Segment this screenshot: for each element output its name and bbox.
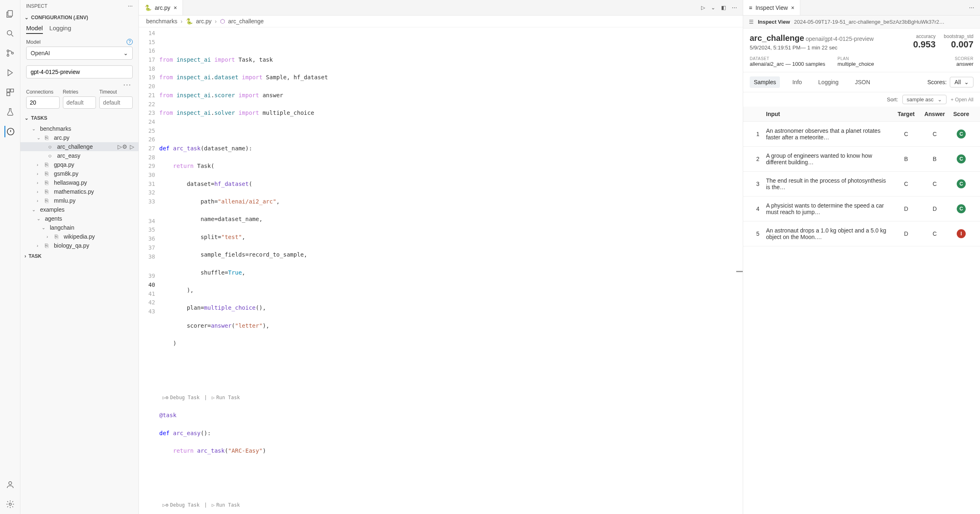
row-answer: B xyxy=(920,156,949,162)
breadcrumb-item[interactable]: benchmarks xyxy=(146,18,177,25)
provider-select[interactable]: OpenAI ⌄ xyxy=(26,47,133,60)
bootstrap-label: bootstrap_std xyxy=(944,34,973,39)
extensions-icon[interactable] xyxy=(4,87,16,98)
chevron-down-icon: ⌄ xyxy=(123,50,128,56)
tree-label: examples xyxy=(40,206,65,213)
connections-input[interactable] xyxy=(26,96,60,109)
run-summary: arc_challenge openai/gpt-4-0125-preview … xyxy=(743,29,980,72)
code-editor[interactable]: 1415161718192021222324252627282930313233… xyxy=(139,27,743,514)
tab-samples[interactable]: Samples xyxy=(750,76,780,88)
timeout-input[interactable] xyxy=(99,96,133,109)
tree-file-hellaswag[interactable]: › ⎘ hellaswag.py xyxy=(20,178,138,187)
tree-label: biology_qa.py xyxy=(54,242,89,249)
row-answer: C xyxy=(920,181,949,187)
tasks-header-label: TASKS xyxy=(31,115,47,121)
tasks-tree: ⌄ benchmarks ⌄ ⎘ arc.py ○ arc_challenge … xyxy=(20,123,138,251)
tree-folder-examples[interactable]: ⌄ examples xyxy=(20,205,138,214)
tree-file-arc[interactable]: ⌄ ⎘ arc.py xyxy=(20,133,138,142)
row-score: I xyxy=(949,229,973,238)
tab-info[interactable]: Info xyxy=(788,76,806,88)
tree-label: arc_challenge xyxy=(57,143,93,150)
retries-input[interactable] xyxy=(63,96,96,109)
gear-icon[interactable] xyxy=(4,498,16,510)
sort-select[interactable]: sample asc ⌄ xyxy=(902,95,947,104)
code-content[interactable]: from inspect_ai import Task, task from i… xyxy=(159,27,743,514)
tree-folder-langchain[interactable]: ⌄ langchain xyxy=(20,223,138,232)
tab-json[interactable]: JSON xyxy=(851,76,874,88)
chevron-down-icon: ⌄ xyxy=(24,15,29,20)
menu-icon[interactable]: ☰ xyxy=(749,19,754,25)
editor-tab-arc[interactable]: 🐍 arc.py × xyxy=(139,0,183,15)
table-row[interactable]: 1An astronomer observes that a planet ro… xyxy=(743,122,980,147)
tree-file-gsm8k[interactable]: › ⎘ gsm8k.py xyxy=(20,169,138,178)
tree-file-mmlu[interactable]: › ⎘ mmlu.py xyxy=(20,196,138,205)
table-row[interactable]: 2A group of engineers wanted to know how… xyxy=(743,147,980,172)
tasks-section-header[interactable]: ⌄ TASKS xyxy=(20,113,138,123)
run-icon[interactable]: ▷ xyxy=(701,4,705,11)
svg-point-1 xyxy=(7,31,11,35)
configuration-header-label: CONFIGURATION (.ENV) xyxy=(31,15,88,20)
table-row[interactable]: 5An astronaut drops a 1.0 kg object and … xyxy=(743,221,980,246)
timeout-label: Timeout xyxy=(99,89,133,95)
sidebar-more-icon[interactable]: ⋯ xyxy=(128,3,133,9)
svg-point-10 xyxy=(9,503,11,505)
run-task-icon[interactable]: ▷ xyxy=(130,143,134,150)
row-index: 3 xyxy=(750,181,766,187)
breadcrumb-item[interactable]: arc_challenge xyxy=(228,18,264,25)
account-icon[interactable] xyxy=(4,479,16,490)
search-icon[interactable] xyxy=(4,28,16,39)
run-dropdown-icon[interactable]: ⌄ xyxy=(711,4,715,11)
task-section-header[interactable]: › TASK xyxy=(20,251,138,261)
tree-file-gpqa[interactable]: › ⎘ gpqa.py xyxy=(20,160,138,169)
tree-task-arc-easy[interactable]: ○ arc_easy xyxy=(20,151,138,160)
config-tab-logging[interactable]: Logging xyxy=(49,25,71,34)
inspect-icon[interactable] xyxy=(4,126,16,137)
python-icon: 🐍 xyxy=(145,4,151,11)
breadcrumbs[interactable]: benchmarks › 🐍 arc.py › ⬡ arc_challenge xyxy=(139,16,743,27)
config-more-icon[interactable]: ⋯ xyxy=(20,83,138,89)
breadcrumb-item[interactable]: arc.py xyxy=(196,18,212,25)
help-icon[interactable]: ? xyxy=(127,39,133,45)
python-file-icon: ⎘ xyxy=(45,179,51,186)
config-tab-model[interactable]: Model xyxy=(26,25,43,34)
editor-area: 🐍 arc.py × ▷ ⌄ ◧ ⋯ benchmarks › 🐍 arc.py… xyxy=(139,0,743,514)
tree-label: gpqa.py xyxy=(54,161,74,168)
close-icon[interactable]: × xyxy=(174,4,177,11)
debug-task-icon[interactable]: ▷⚙ xyxy=(118,143,127,150)
tree-task-arc-challenge[interactable]: ○ arc_challenge ▷⚙ ▷ xyxy=(20,142,138,151)
python-file-icon: ⎘ xyxy=(45,134,51,141)
minimap-indicator[interactable] xyxy=(736,271,743,272)
split-editor-icon[interactable]: ◧ xyxy=(721,4,726,11)
results-table: Input Target Answer Score 1An astronomer… xyxy=(743,107,980,514)
configuration-section-header[interactable]: ⌄ CONFIGURATION (.ENV) xyxy=(20,12,138,23)
close-icon[interactable]: × xyxy=(791,4,794,11)
open-all-button[interactable]: + Open All xyxy=(951,97,973,103)
codelens-arc-challenge[interactable]: ▷⚙ Debug Task | ▷ Run Task xyxy=(159,501,743,509)
tree-file-biology[interactable]: › ⎘ biology_qa.py xyxy=(20,241,138,250)
scores-select[interactable]: All ⌄ xyxy=(950,77,973,87)
tree-folder-agents[interactable]: ⌄ agents xyxy=(20,214,138,223)
codelens-arc-easy[interactable]: ▷⚙ Debug Task | ▷ Run Task xyxy=(159,394,743,402)
tree-file-wikipedia[interactable]: › ⎘ wikipedia.py xyxy=(20,232,138,241)
model-input[interactable] xyxy=(26,65,133,78)
sort-label: Sort: xyxy=(887,96,898,103)
accuracy-value: 0.953 xyxy=(913,39,935,50)
python-file-icon: ⎘ xyxy=(45,188,51,195)
beaker-icon[interactable] xyxy=(4,106,16,118)
run-debug-icon[interactable] xyxy=(4,67,16,78)
col-target: Target xyxy=(892,111,920,117)
tree-folder-benchmarks[interactable]: ⌄ benchmarks xyxy=(20,124,138,133)
tab-logging[interactable]: Logging xyxy=(814,76,843,88)
run-time: 5/9/2024, 5:19:51 PM— 1 min 22 sec xyxy=(750,45,905,51)
source-control-icon[interactable] xyxy=(4,47,16,59)
table-row[interactable]: 4A physicist wants to determine the spee… xyxy=(743,197,980,221)
tree-file-mathematics[interactable]: › ⎘ mathematics.py xyxy=(20,187,138,196)
files-icon[interactable] xyxy=(4,8,16,20)
run-model: openai/gpt-4-0125-preview xyxy=(806,36,874,42)
more-icon[interactable]: ⋯ xyxy=(732,4,737,11)
table-row[interactable]: 3The end result in the process of photos… xyxy=(743,172,980,197)
scorer-label: SCORER xyxy=(955,56,973,61)
inspect-view-tab[interactable]: ≡ Inspect View × xyxy=(743,0,800,15)
more-icon[interactable]: ⋯ xyxy=(969,4,980,11)
sort-value: sample asc xyxy=(907,96,934,103)
